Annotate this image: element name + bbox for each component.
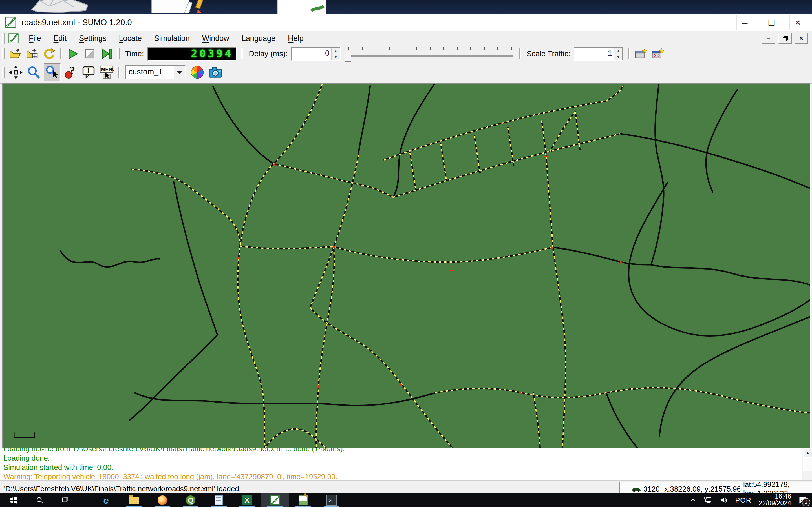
notification-badge: 1 [802,498,810,506]
taskbar-app-firefox[interactable] [148,494,176,507]
menu-window[interactable]: Window [196,33,236,45]
viewport-menu-button[interactable]: MENU [98,64,115,81]
taskbar-app-netedit[interactable] [289,494,317,507]
open-network-button[interactable] [24,47,40,61]
recycle-bin-icon[interactable] [27,0,95,13]
taskbar-clock[interactable]: 16:46 22/09/2024 [759,493,791,506]
internet-explorer-icon: e [101,496,111,505]
start-button[interactable] [0,494,27,507]
network-view-canvas[interactable] [2,83,811,448]
toolbar-gripper[interactable] [2,33,4,44]
stopped-vehicle [450,269,453,272]
new-view-button[interactable] [633,47,648,61]
coloring-scheme-value[interactable]: custom_1 [126,66,174,79]
menu-help[interactable]: Help [282,33,310,45]
sumo-gui-icon [270,495,280,505]
toolbar-gripper[interactable] [519,48,521,59]
toolbar-gripper[interactable] [627,48,630,59]
task-view-button[interactable] [52,494,78,507]
taskbar-app-terminal[interactable]: >_ [317,494,346,507]
delay-value[interactable]: 0 [292,48,331,60]
toolbar-gripper[interactable] [60,48,62,59]
vehicle-queue [435,388,810,413]
new-window-icon [634,48,647,60]
open-simulation-button[interactable] [8,47,23,61]
delay-spinbox[interactable]: 0 ▲▼ [291,47,341,61]
delay-label: Delay (ms): [249,50,288,58]
notepad-icon[interactable] [149,0,223,13]
toolbar-gripper[interactable] [2,67,4,78]
slider-thumb[interactable] [345,50,351,62]
menu-settings[interactable]: Settings [73,33,113,45]
menu-language[interactable]: Language [236,33,282,45]
log-link[interactable]: 19529.00 [305,472,335,481]
step-button[interactable] [99,47,114,61]
menu-file[interactable]: File [22,33,47,45]
toolbar-gripper[interactable] [117,48,119,59]
scale-down-button[interactable]: ▼ [614,54,622,60]
app-window-icon[interactable] [276,0,358,13]
menu-simulation[interactable]: Simulation [148,33,196,45]
taskbar-search-button[interactable] [27,494,52,507]
mdi-restore-button[interactable] [778,33,792,44]
new-3d-view-button[interactable]: 3D [650,47,665,61]
menu-edit[interactable]: Edit [47,33,73,45]
close-button[interactable]: × [790,15,806,30]
toolbar-gripper[interactable] [2,48,4,59]
taskbar-app-excel[interactable]: X [233,494,261,507]
toolbar-gripper[interactable] [118,67,120,78]
mdi-close-button[interactable]: × [795,33,808,44]
reload-button[interactable] [42,47,57,61]
taskbar-app-notepad[interactable] [205,494,233,507]
volume-icon[interactable] [719,497,728,504]
recenter-view-button[interactable] [8,64,24,81]
run-button[interactable] [65,47,80,61]
step-icon [100,48,113,60]
taskbar-app-file-explorer[interactable] [120,494,148,507]
delay-slider[interactable] [345,47,514,61]
menu-locate[interactable]: Locate [113,33,148,45]
stopped-vehicle [400,384,402,386]
log-link[interactable]: 18000_3374 [98,472,139,481]
language-indicator[interactable]: POR [735,496,751,504]
svg-text:?: ? [69,65,75,77]
delay-down-button[interactable]: ▼ [332,54,340,60]
title-bar: roads9.net.xml - SUMO 1.20.0 – □ × [0,14,812,31]
minimize-button[interactable]: – [737,15,753,30]
menu-bar: FileEditSettingsLocateSimulationWindowLa… [0,31,812,46]
combobox-dropdown-button[interactable] [174,66,185,79]
tray-chevron-icon[interactable] [690,497,696,504]
toolbar-gripper[interactable] [241,48,243,59]
tooltip-help-button[interactable]: ? [62,64,79,81]
locate-objects-button[interactable] [44,63,61,81]
delay-up-button[interactable]: ▲ [332,48,340,54]
road-edge [358,86,370,155]
screen: roads9.net.xml - SUMO 1.20.0 – □ × FileE… [0,0,812,507]
log-link[interactable]: 437290879_0 [236,472,281,481]
notification-center-button[interactable]: 1 [799,496,807,504]
scrollbar-thumb[interactable] [803,457,812,471]
snapshot-button[interactable] [207,64,223,81]
stop-button[interactable] [82,47,97,61]
zoom-button[interactable] [26,64,42,81]
network-icon[interactable] [704,497,712,504]
taskbar-app-sumo-gui[interactable] [261,494,289,507]
message-window-button[interactable]: ! [80,64,97,81]
vehicle-queue [393,134,620,197]
taskbar-app-internet-explorer[interactable]: e [92,494,120,507]
coloring-scheme-combobox[interactable]: custom_1 [125,65,186,79]
slider-track[interactable] [347,55,513,57]
taskbar-app-qgis[interactable]: Q [176,494,205,507]
mdi-minimize-button[interactable]: – [762,33,775,44]
scale-traffic-value[interactable]: 1 [574,48,614,60]
log-text: ', time= [282,472,305,481]
edit-coloring-button[interactable] [189,64,206,81]
question-mark-icon: ? [63,65,78,80]
scale-up-button[interactable]: ▲ [614,48,622,54]
maximize-button[interactable]: □ [763,15,780,30]
svg-text:!: ! [87,66,90,75]
scale-traffic-spinbox[interactable]: 1 ▲▼ [574,47,623,61]
scroll-up-button[interactable]: ▲ [803,448,812,458]
road-edge [706,90,737,192]
road-edge [659,317,810,436]
